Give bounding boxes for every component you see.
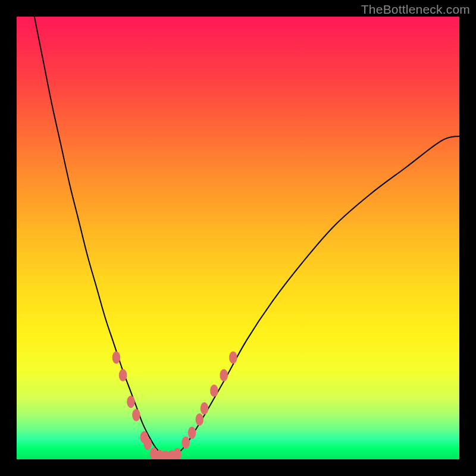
watermark-label: TheBottleneck.com — [361, 2, 470, 17]
marker-dot — [196, 414, 204, 426]
marker-dot — [119, 369, 127, 381]
marker-dot — [143, 438, 152, 450]
marker-dot — [173, 448, 181, 459]
chart-frame: TheBottleneck.com — [0, 0, 476, 476]
marker-dot — [132, 409, 140, 421]
plot-area — [17, 17, 459, 459]
marker-dot — [112, 352, 121, 364]
marker-group — [112, 352, 237, 459]
marker-dot — [210, 384, 218, 397]
marker-dot — [229, 352, 237, 364]
marker-dot — [220, 369, 228, 381]
marker-dot — [181, 436, 190, 449]
chart-overlay-svg — [17, 17, 459, 459]
curve-bottleneck-curve — [35, 17, 459, 457]
marker-dot — [188, 427, 196, 439]
marker-dot — [127, 396, 135, 408]
marker-dot — [201, 402, 209, 415]
